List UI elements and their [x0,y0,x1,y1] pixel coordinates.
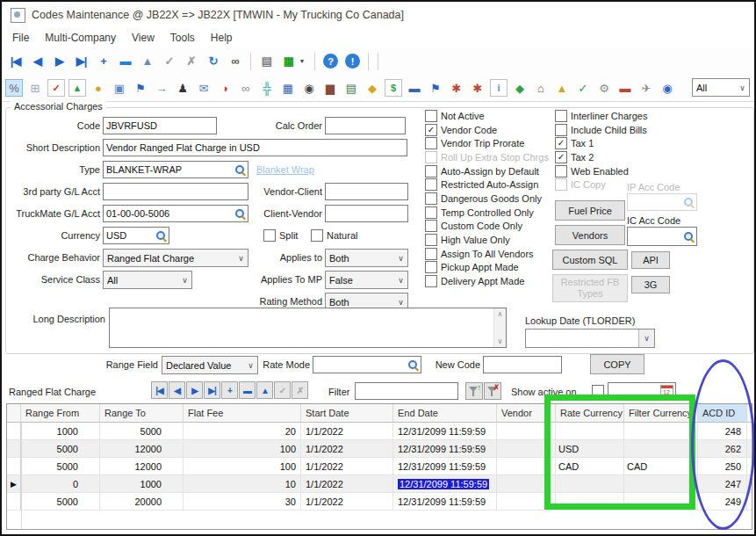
flag-blue-2-icon[interactable]: ⚑ [427,79,444,97]
org-chart-icon[interactable]: ╬ [258,79,276,97]
menu-item-help[interactable]: Help [207,30,236,46]
type-input[interactable] [104,164,234,175]
table-row[interactable]: ▶01000101/1/202212/31/2099 11:59:59247 [7,475,752,493]
package-box-icon[interactable]: ◆ [364,79,381,97]
gears-settings-icon[interactable]: ⚙ [595,79,613,97]
driver-person-icon[interactable]: ♟ [174,79,191,97]
grid-header-range-from[interactable]: Range From [21,404,100,423]
short-description-field[interactable] [103,139,407,156]
menu-item-file[interactable]: File [9,30,32,46]
grid-cell-rate-currency[interactable] [556,423,624,440]
grid-prev-button[interactable]: ◀ [169,381,185,399]
custom-code-only-checkbox[interactable] [425,220,437,232]
grid-cell-end-date[interactable]: 12/31/2099 11:59:59 [393,423,497,440]
lookup-magnifier-icon[interactable] [234,164,246,176]
applies-to-dropdown[interactable]: Both ∨ [325,249,408,267]
grid-cell-vendor[interactable] [497,440,556,458]
natural-checkbox[interactable] [311,229,323,242]
flag-blue-icon[interactable]: ⚑ [132,79,149,97]
grid-cell-range-from[interactable]: 5000 [21,458,100,475]
vendor-trip-prorate-checkbox[interactable] [425,137,437,149]
show-active-checkbox[interactable] [592,385,604,397]
grid-cell-filter-currency[interactable] [624,440,698,458]
truckmate-gl-input[interactable] [104,208,234,219]
grid-cell-vendor[interactable] [497,458,556,475]
grid-cell-acd-id[interactable]: 248 [698,423,747,440]
apply-filter-button[interactable]: ↑ [465,382,483,400]
gauge-meter-icon[interactable]: ◑ [216,79,234,97]
auto-assign-by-default-checkbox[interactable] [425,165,437,177]
currency-field[interactable] [103,227,169,244]
vendor-code-checkbox[interactable]: ✓ [425,124,437,136]
check-green-icon[interactable]: ✓ [574,79,592,97]
restricted-auto-assign-checkbox[interactable] [425,178,437,191]
grid-cell-start-date[interactable]: 1/1/2022 [301,458,393,475]
api-button[interactable]: API [631,251,670,269]
grid-cell-rate-currency[interactable]: USD [556,440,624,458]
grid-insert-button[interactable]: + [221,381,238,399]
scrollbar[interactable]: ∧ ∨ [493,308,506,347]
grid-cell-rate-currency[interactable] [556,475,624,493]
grid-cell-start-date[interactable]: 1/1/2022 [301,493,393,511]
fuel-price-button[interactable]: Fuel Price [555,200,625,221]
assign-to-all-vendors-checkbox[interactable] [425,248,437,260]
insert-record-icon[interactable]: + [93,51,113,71]
tax-1-checkbox[interactable]: ✓ [555,137,567,149]
grid-header-start-date[interactable]: Start Date [301,404,393,423]
calendar-icon[interactable] [660,385,673,398]
grid-cell-flat-fee[interactable]: 30 [184,493,301,511]
menu-item-multi-company[interactable]: Multi-Company [41,30,119,46]
chevron-down-icon[interactable]: ▾ [300,57,309,65]
grid-cell-flat-fee[interactable]: 100 [184,440,301,458]
temp-controlled-only-checkbox[interactable] [425,206,437,219]
grid-cell-start-date[interactable]: 1/1/2022 [301,475,393,493]
new-code-field[interactable] [483,356,562,373]
grid-cell-range-to[interactable]: 12000 [100,458,184,475]
grid-cell-vendor[interactable] [497,423,556,440]
grid-header-rate-currency[interactable]: Rate Currency [556,404,624,423]
grid-cell-filter-currency[interactable] [624,493,698,511]
grid-cell-vendor[interactable] [497,493,556,511]
menu-item-tools[interactable]: Tools [167,30,198,46]
invoice-dollar-icon[interactable]: $ [385,79,402,97]
plane-jack-icon[interactable]: ✈ [637,79,655,97]
grid-cell-range-from[interactable]: 5000 [21,493,100,511]
grid-cell-end-date[interactable]: 12/31/2099 11:59:59 [393,493,497,511]
code-field[interactable] [103,117,217,134]
grid-cell-range-to[interactable]: 20000 [100,493,184,511]
grid-cell-acd-id[interactable]: 262 [698,440,747,458]
save-card-icon[interactable]: ▬ [406,79,423,97]
split-checkbox[interactable] [263,229,276,242]
lookup-magnifier-icon[interactable] [683,231,695,243]
custom-sql-button[interactable]: Custom SQL [552,250,628,270]
network-nodes-icon[interactable]: ✱ [448,79,465,97]
grid-cell-start-date[interactable]: 1/1/2022 [301,423,393,440]
table-row[interactable]: 5000120001001/1/202212/31/2099 11:59:59C… [7,458,752,475]
module-filter-dropdown[interactable]: All ∨ [692,78,750,97]
refresh-icon[interactable]: ↻ [203,51,223,71]
interliner-charges-checkbox[interactable] [555,110,567,122]
active-date-field[interactable] [608,382,676,400]
long-description-field[interactable]: ∧ ∨ [109,308,507,348]
table-row[interactable]: 10005000201/1/202212/31/2099 11:59:59248 [7,423,752,440]
globe-icon[interactable]: ◉ [659,79,676,97]
grid-next-button[interactable]: ▶ [186,381,203,399]
ic-acc-code-field[interactable] [627,227,697,246]
ic-acc-code-input[interactable] [628,231,683,242]
grid-cell-range-to[interactable]: 5000 [100,423,184,440]
lookup-magnifier-icon[interactable] [155,230,167,242]
type-field[interactable] [103,161,248,178]
scroll-down-icon[interactable]: ∨ [498,337,503,345]
grid-cell-end-date[interactable]: 12/31/2099 11:59:59 [393,458,497,475]
grid-cell-range-from[interactable]: 0 [21,475,100,493]
not-active-checkbox[interactable] [425,110,437,122]
high-value-only-checkbox[interactable] [425,234,437,246]
checklist-icon[interactable]: ✓ [47,79,65,97]
grid-header-vendor[interactable]: Vendor [497,404,556,423]
copy-button[interactable]: COPY [590,354,644,374]
find-binoculars-icon[interactable]: ∞ [225,51,245,71]
rate-mode-field[interactable] [313,356,421,373]
calendar-icon[interactable]: ▦ [279,79,297,97]
grid-cell-filter-currency[interactable] [624,423,698,440]
lookup-magnifier-icon[interactable] [407,359,419,371]
